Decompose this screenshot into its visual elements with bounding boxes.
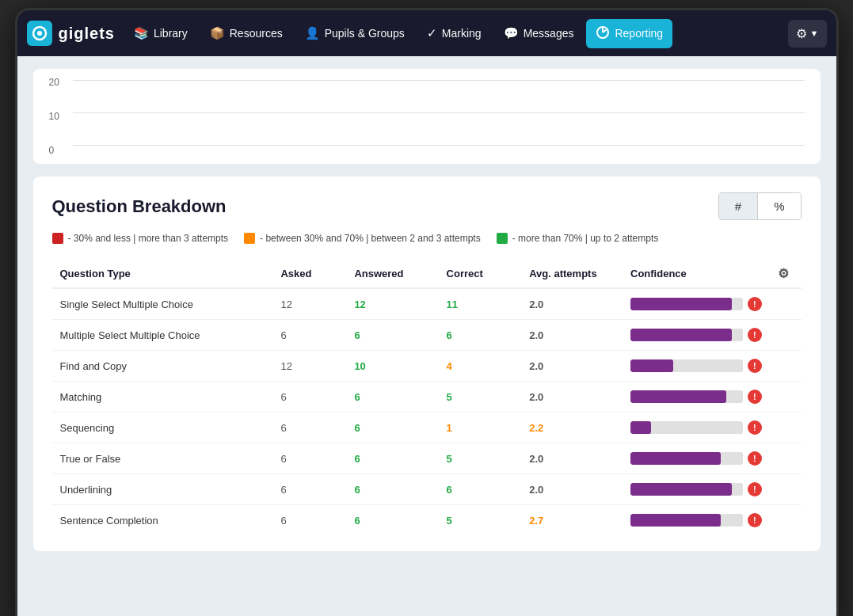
cell-correct: 5 [439, 505, 522, 536]
device-frame: giglets 📚 Library 📦 Resources 👤 Pupils &… [15, 8, 839, 616]
table-row: Matching 6 6 5 2.0 ! [52, 382, 802, 413]
cell-type: Sentence Completion [52, 505, 273, 536]
cell-asked: 6 [272, 474, 346, 505]
cell-avg: 2.0 [521, 351, 623, 382]
logo-text: giglets [59, 25, 115, 43]
bar-fill [630, 483, 732, 496]
bar-fill [630, 514, 721, 527]
cell-settings [770, 288, 802, 320]
table-settings-icon[interactable]: ⚙ [778, 267, 789, 280]
bar-bg [630, 421, 743, 434]
bar-fill [630, 359, 673, 372]
table-row: Underlining 6 6 6 2.0 ! [52, 474, 802, 505]
pupils-icon: 👤 [305, 26, 320, 40]
cell-avg: 2.0 [521, 320, 623, 351]
info-icon[interactable]: ! [748, 328, 762, 342]
info-icon[interactable]: ! [748, 297, 762, 311]
nav-pupils[interactable]: 👤 Pupils & Groups [295, 20, 414, 47]
cell-asked: 6 [272, 382, 346, 413]
legend-red: - 30% and less | more than 3 attempts [52, 233, 229, 244]
cell-confidence: ! [623, 382, 770, 413]
library-icon: 📚 [134, 26, 149, 40]
cell-answered: 10 [346, 351, 438, 382]
chart-line-20 [73, 80, 805, 81]
cell-type: Multiple Select Multiple Choice [52, 320, 273, 351]
legend-green-dot [497, 233, 508, 244]
confidence-bar-container: ! [630, 482, 762, 496]
cell-confidence: ! [623, 288, 770, 320]
cell-correct: 6 [439, 474, 522, 505]
nav-resources[interactable]: 📦 Resources [200, 20, 292, 47]
main-content: 20 10 0 Question Breakdown # % - 30 [17, 56, 836, 616]
cell-asked: 12 [272, 351, 346, 382]
toggle-percent-button[interactable]: % [758, 193, 800, 219]
toggle-hash-button[interactable]: # [719, 193, 758, 219]
confidence-bar-container: ! [630, 328, 762, 342]
svg-point-1 [37, 31, 42, 36]
nav-reporting[interactable]: Reporting [586, 19, 672, 48]
cell-settings [770, 413, 802, 443]
breakdown-section: Question Breakdown # % - 30% and less | … [33, 177, 821, 551]
nav-messages[interactable]: 💬 Messages [494, 20, 584, 47]
info-icon[interactable]: ! [748, 482, 762, 496]
navbar: giglets 📚 Library 📦 Resources 👤 Pupils &… [17, 10, 836, 56]
info-icon[interactable]: ! [748, 420, 762, 435]
info-icon[interactable]: ! [748, 359, 762, 373]
resources-icon: 📦 [210, 26, 225, 40]
cell-answered: 6 [346, 320, 438, 351]
bar-bg [630, 298, 743, 310]
bar-bg [630, 483, 743, 496]
cell-answered: 6 [346, 505, 438, 536]
cell-correct: 1 [439, 413, 522, 443]
reporting-icon [596, 25, 610, 42]
bar-fill [630, 452, 721, 465]
cell-settings [770, 443, 802, 474]
cell-correct: 11 [439, 288, 522, 320]
legend-orange-dot [244, 233, 255, 244]
cell-avg: 2.0 [521, 382, 623, 413]
settings-button[interactable]: ⚙ ▼ [788, 20, 827, 48]
info-icon[interactable]: ! [748, 390, 762, 404]
cell-settings [770, 505, 802, 536]
cell-answered: 12 [346, 288, 438, 320]
breakdown-header: Question Breakdown # % [52, 192, 802, 220]
cell-answered: 6 [346, 382, 438, 413]
th-settings: ⚙ [770, 260, 802, 288]
th-answered: Answered [346, 260, 438, 288]
cell-settings [770, 320, 802, 351]
th-type: Question Type [52, 260, 273, 288]
bar-fill [630, 421, 651, 434]
cell-confidence: ! [623, 505, 770, 536]
cell-confidence: ! [623, 320, 770, 351]
cell-answered: 6 [346, 413, 438, 443]
cell-type: Find and Copy [52, 351, 273, 382]
confidence-bar-container: ! [630, 420, 762, 435]
table-header-row: Question Type Asked Answered Correct Avg… [52, 260, 802, 288]
nav-marking[interactable]: ✓ Marking [417, 20, 491, 47]
th-avg: Avg. attempts [521, 260, 623, 288]
table-row: Find and Copy 12 10 4 2.0 ! [52, 351, 802, 382]
table-row: Single Select Multiple Choice 12 12 11 2… [52, 288, 802, 320]
cell-confidence: ! [623, 351, 770, 382]
cell-type: True or False [52, 443, 273, 474]
table-body: Single Select Multiple Choice 12 12 11 2… [52, 288, 802, 535]
table-row: True or False 6 6 5 2.0 ! [52, 443, 802, 474]
chart-line-10 [73, 112, 805, 113]
th-correct: Correct [439, 260, 522, 288]
cell-avg: 2.0 [521, 288, 623, 320]
cell-type: Underlining [52, 474, 273, 505]
bar-fill [630, 329, 732, 341]
cell-settings [770, 351, 802, 382]
cell-confidence: ! [623, 474, 770, 505]
cell-type: Sequencing [52, 413, 273, 443]
cell-answered: 6 [346, 474, 438, 505]
cell-settings [770, 474, 802, 505]
messages-icon: 💬 [504, 26, 519, 40]
confidence-bar-container: ! [630, 359, 762, 373]
legend-red-dot [52, 233, 63, 244]
nav-library[interactable]: 📚 Library [124, 20, 197, 47]
info-icon[interactable]: ! [748, 513, 762, 527]
info-icon[interactable]: ! [748, 451, 762, 466]
cell-settings [770, 382, 802, 413]
bar-fill [630, 390, 726, 403]
